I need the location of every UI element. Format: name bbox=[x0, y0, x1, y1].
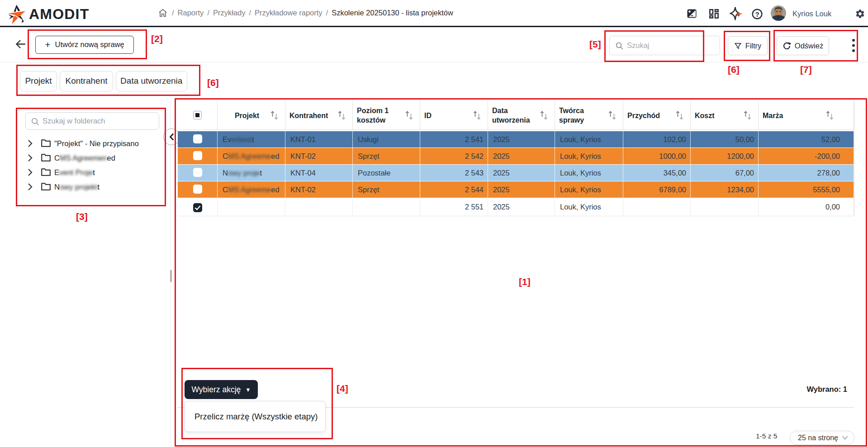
svg-text:?: ? bbox=[755, 10, 759, 18]
